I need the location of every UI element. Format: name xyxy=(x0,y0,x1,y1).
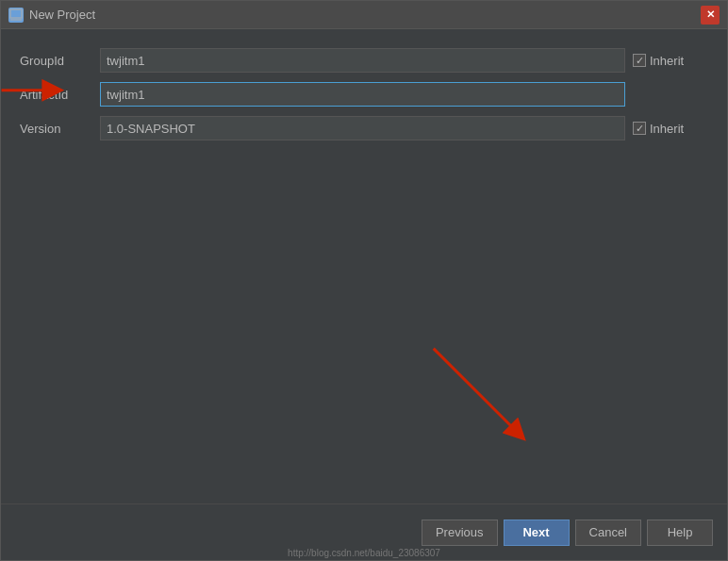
version-inherit-label: Inherit xyxy=(650,122,684,136)
title-bar: New Project ✕ xyxy=(1,1,727,29)
window-title: New Project xyxy=(29,8,95,22)
help-button[interactable]: Help xyxy=(647,520,713,546)
version-row: Version Inherit xyxy=(20,116,708,140)
dialog-window: New Project ✕ GroupId Inherit ArtifactId… xyxy=(0,0,728,561)
artifact-id-label: ArtifactId xyxy=(20,88,100,102)
previous-button[interactable]: Previous xyxy=(422,520,498,546)
version-input[interactable] xyxy=(100,116,625,140)
version-inherit-checkbox[interactable] xyxy=(633,122,646,135)
close-button[interactable]: ✕ xyxy=(701,6,720,25)
group-id-inherit: Inherit xyxy=(633,54,708,68)
form-content: GroupId Inherit ArtifactId Version Inher… xyxy=(1,29,727,503)
group-id-inherit-label: Inherit xyxy=(650,54,684,68)
window-icon xyxy=(8,8,24,23)
group-id-label: GroupId xyxy=(20,54,100,68)
version-label: Version xyxy=(20,122,100,136)
cancel-button[interactable]: Cancel xyxy=(575,520,641,546)
artifact-id-row: ArtifactId xyxy=(20,82,708,107)
group-id-row: GroupId Inherit xyxy=(20,48,708,73)
title-bar-left: New Project xyxy=(8,8,95,23)
artifact-id-input[interactable] xyxy=(100,82,625,107)
footer: Previous Next Cancel Help http://blog.cs… xyxy=(1,503,727,560)
group-id-input[interactable] xyxy=(100,48,625,73)
svg-line-5 xyxy=(434,349,519,434)
watermark: http://blog.csdn.net/baidu_23086307 xyxy=(288,548,440,558)
group-id-inherit-checkbox[interactable] xyxy=(633,54,646,67)
next-button[interactable]: Next xyxy=(504,520,570,546)
svg-rect-1 xyxy=(12,11,16,14)
version-inherit: Inherit xyxy=(633,122,708,136)
